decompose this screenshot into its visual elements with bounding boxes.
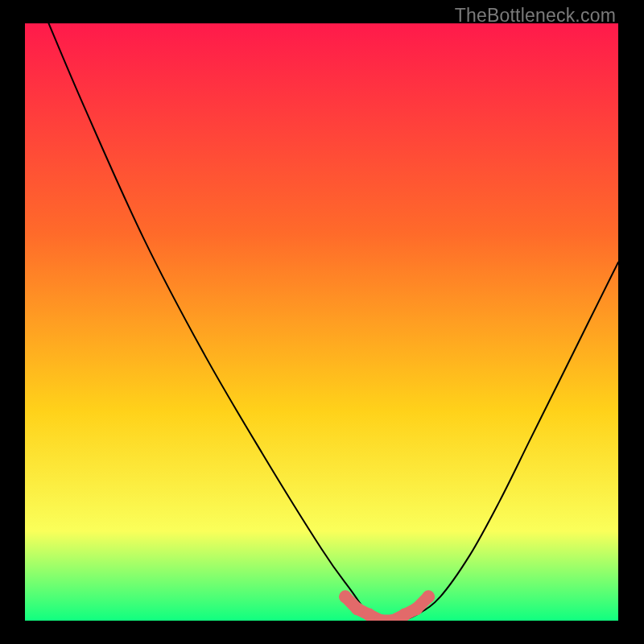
optimal-marker (422, 590, 435, 603)
optimal-marker (363, 609, 376, 621)
chart-plot (25, 23, 618, 621)
optimal-marker (410, 602, 423, 615)
optimal-marker (351, 602, 364, 615)
optimal-marker (339, 590, 352, 603)
watermark-text: TheBottleneck.com (455, 5, 616, 27)
optimal-marker (398, 609, 411, 621)
chart-frame (25, 23, 618, 621)
gradient-backdrop (25, 23, 618, 621)
